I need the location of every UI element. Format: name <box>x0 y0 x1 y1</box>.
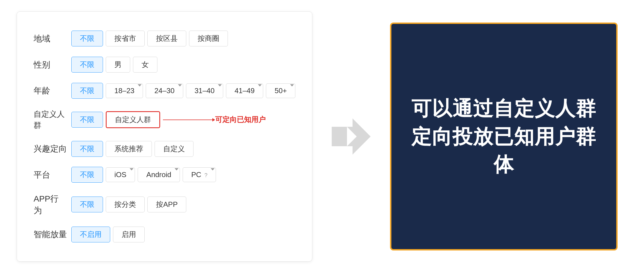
form-row-custom-audience: 自定义人群 不限 自定义人群 可定向已知用户 <box>34 109 295 130</box>
btn-age-18-23[interactable]: 18–23 <box>106 83 143 98</box>
form-row-gender: 性别 不限 男 女 <box>34 57 295 73</box>
btn-group-gender: 不限 男 女 <box>71 57 157 73</box>
custom-audience-highlighted-box: 自定义人群 <box>106 111 160 128</box>
form-row-smart-delivery: 智能放量 不启用 启用 <box>34 227 295 242</box>
question-mark-icon: ? <box>204 172 207 178</box>
btn-region-district[interactable]: 按区县 <box>147 31 186 46</box>
btn-group-custom-audience: 不限 自定义人群 可定向已知用户 <box>71 111 266 128</box>
annotation-arrow: 可定向已知用户 <box>163 115 266 125</box>
btn-smart-disabled[interactable]: 不启用 <box>71 227 110 242</box>
btn-group-app-behavior: 不限 按分类 按APP <box>71 197 186 212</box>
btn-gender-female[interactable]: 女 <box>133 57 157 73</box>
right-panel: 可以通过自定义人群定向投放已知用户群体 <box>390 23 618 250</box>
btn-age-31-40[interactable]: 31–40 <box>186 83 223 98</box>
btn-app-by-app[interactable]: 按APP <box>147 197 186 212</box>
label-custom-audience: 自定义人群 <box>34 109 67 130</box>
form-row-region: 地域 不限 按省市 按区县 按商圈 <box>34 31 295 46</box>
btn-age-41-49[interactable]: 41–49 <box>226 83 263 98</box>
label-region: 地域 <box>34 33 67 44</box>
btn-age-unlimited[interactable]: 不限 <box>71 83 103 99</box>
btn-interest-system[interactable]: 系统推荐 <box>106 141 152 157</box>
btn-platform-pc-label: PC <box>191 170 201 179</box>
annotation-line <box>163 120 213 120</box>
main-container: 地域 不限 按省市 按区县 按商圈 性别 不限 男 女 年龄 不限 18–23 … <box>0 0 644 273</box>
label-interest: 兴趣定向 <box>34 143 67 155</box>
label-gender: 性别 <box>34 59 67 71</box>
btn-group-platform: 不限 iOS Android PC ? <box>71 167 216 183</box>
btn-gender-male[interactable]: 男 <box>106 57 130 73</box>
btn-smart-enabled[interactable]: 启用 <box>113 227 145 242</box>
left-panel: 地域 不限 按省市 按区县 按商圈 性别 不限 男 女 年龄 不限 18–23 … <box>17 11 312 262</box>
label-smart-delivery: 智能放量 <box>34 229 67 240</box>
btn-gender-unlimited[interactable]: 不限 <box>71 57 103 73</box>
form-row-app-behavior: APP行为 不限 按分类 按APP <box>34 193 295 216</box>
label-age: 年龄 <box>34 85 67 96</box>
arrow-notch <box>347 127 357 146</box>
btn-interest-custom[interactable]: 自定义 <box>155 141 193 157</box>
btn-interest-unlimited[interactable]: 不限 <box>71 141 103 157</box>
label-app-behavior: APP行为 <box>34 193 67 216</box>
right-panel-text: 可以通过自定义人群定向投放已知用户群体 <box>402 95 605 178</box>
btn-platform-android[interactable]: Android <box>138 167 180 182</box>
btn-age-24-30[interactable]: 24–30 <box>146 83 183 98</box>
btn-platform-unlimited[interactable]: 不限 <box>71 167 103 183</box>
btn-platform-ios[interactable]: iOS <box>106 167 135 182</box>
big-arrow-shape <box>332 118 371 155</box>
btn-group-interest: 不限 系统推荐 自定义 <box>71 141 193 157</box>
btn-age-50plus[interactable]: 50+ <box>266 83 295 98</box>
btn-region-province[interactable]: 按省市 <box>106 31 145 46</box>
form-row-age: 年龄 不限 18–23 24–30 31–40 41–49 50+ <box>34 83 295 99</box>
form-row-interest: 兴趣定向 不限 系统推荐 自定义 <box>34 141 295 157</box>
form-row-platform: 平台 不限 iOS Android PC ? <box>34 167 295 183</box>
btn-app-by-category[interactable]: 按分类 <box>106 197 145 212</box>
btn-group-region: 不限 按省市 按区县 按商圈 <box>71 31 228 46</box>
btn-custom-audience-unlimited[interactable]: 不限 <box>71 112 103 128</box>
btn-custom-audience-custom[interactable]: 自定义人群 <box>107 112 159 127</box>
annotation-text: 可定向已知用户 <box>215 115 266 125</box>
btn-app-unlimited[interactable]: 不限 <box>71 197 103 212</box>
middle-arrow-container <box>329 114 373 159</box>
btn-region-commercial[interactable]: 按商圈 <box>189 31 228 46</box>
btn-group-smart-delivery: 不启用 启用 <box>71 227 145 242</box>
btn-region-unlimited[interactable]: 不限 <box>71 31 103 46</box>
btn-platform-pc[interactable]: PC ? <box>183 167 216 182</box>
label-platform: 平台 <box>34 169 67 181</box>
btn-group-age: 不限 18–23 24–30 31–40 41–49 50+ <box>71 83 295 99</box>
